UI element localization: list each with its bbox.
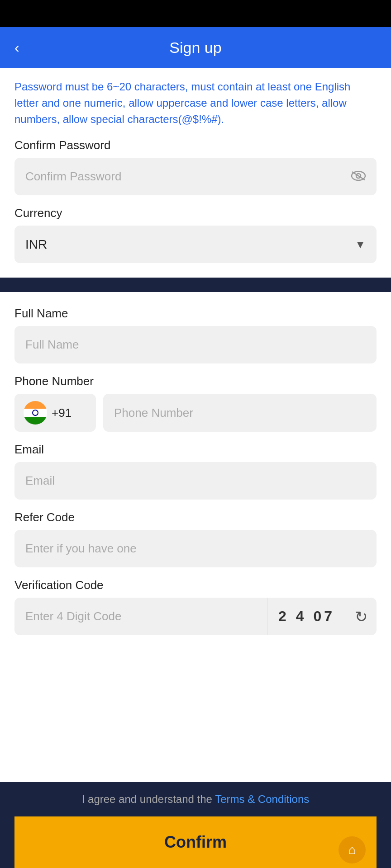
- phone-row: +91: [14, 394, 377, 432]
- flag-top: [24, 401, 47, 409]
- home-icon-btn[interactable]: ⌂: [339, 836, 366, 863]
- ashoka-chakra: [32, 410, 38, 416]
- currency-select[interactable]: INR USD EUR GBP: [14, 226, 377, 263]
- email-input[interactable]: [14, 462, 377, 500]
- page-title: Sign up: [14, 39, 377, 57]
- form-bottom-section: Full Name Phone Number +91 Email Refer C…: [0, 292, 391, 782]
- full-name-input[interactable]: [14, 326, 377, 363]
- phone-number-label: Phone Number: [14, 374, 377, 388]
- flag-middle: [24, 409, 47, 416]
- captcha-display: 2 4 07: [267, 598, 346, 635]
- phone-number-input[interactable]: [103, 394, 377, 432]
- confirm-password-input[interactable]: [14, 158, 377, 195]
- confirm-button[interactable]: Confirm ⌂: [14, 816, 377, 868]
- refer-code-input[interactable]: [14, 530, 377, 567]
- status-bar: [0, 0, 391, 27]
- terms-text: I agree and understand the Terms & Condi…: [14, 793, 377, 806]
- country-code-text: +91: [52, 406, 72, 420]
- email-label: Email: [14, 443, 377, 457]
- header: ‹ Sign up: [0, 27, 391, 68]
- confirm-password-wrapper: [14, 158, 377, 195]
- refresh-captcha-button[interactable]: ↻: [346, 598, 377, 635]
- verification-row: 2 4 07 ↻: [14, 598, 377, 635]
- verification-code-input[interactable]: [14, 598, 267, 635]
- footer: I agree and understand the Terms & Condi…: [0, 782, 391, 868]
- confirm-password-label: Confirm Password: [14, 138, 377, 152]
- refer-code-label: Refer Code: [14, 510, 377, 524]
- back-button[interactable]: ‹: [14, 39, 19, 56]
- flag-bottom: [24, 417, 47, 425]
- country-code-button[interactable]: +91: [14, 394, 96, 432]
- full-name-label: Full Name: [14, 307, 377, 321]
- terms-link[interactable]: Terms & Conditions: [215, 793, 309, 805]
- currency-select-wrapper: INR USD EUR GBP ▼: [14, 226, 377, 263]
- eye-icon[interactable]: [351, 170, 366, 184]
- password-hint: Password must be 6~20 characters, must c…: [0, 68, 391, 138]
- currency-label: Currency: [14, 206, 377, 220]
- verification-input-wrapper: [14, 598, 267, 635]
- india-flag: [24, 401, 47, 425]
- section-divider: [0, 278, 391, 285]
- form-top-section: Confirm Password Currency INR USD EUR GB…: [0, 138, 391, 278]
- refresh-icon: ↻: [355, 608, 367, 626]
- verification-code-label: Verification Code: [14, 578, 377, 592]
- home-icon: ⌂: [348, 843, 356, 857]
